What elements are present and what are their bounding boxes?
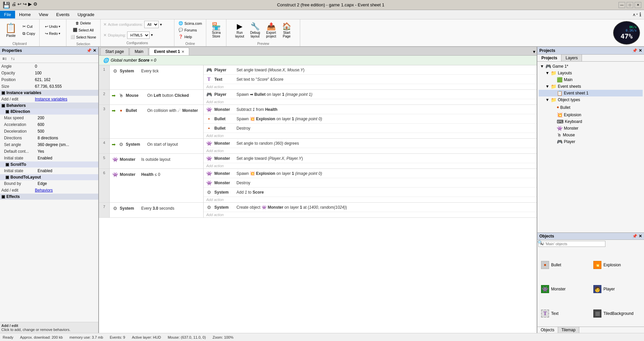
- menu-file[interactable]: File: [0, 11, 15, 18]
- menu-upgrade[interactable]: Upgrade: [73, 11, 98, 18]
- help-button[interactable]: ❓ Help: [176, 33, 204, 40]
- projects-pin[interactable]: 📌: [632, 48, 637, 53]
- close-button[interactable]: ✕: [635, 2, 641, 8]
- forums-button[interactable]: 💬 Forums: [176, 27, 204, 33]
- tree-player[interactable]: 🎮 Player: [539, 138, 643, 145]
- action-3-2[interactable]: • Bullet Spawn 💥 Explosion on layer 1 (i…: [204, 114, 537, 124]
- displaying-select[interactable]: HTML5: [127, 31, 150, 39]
- action-7-1[interactable]: ⚙ System Create object 👾 Monster on laye…: [204, 203, 537, 212]
- clipboard-group: 📋 Paste ✂ Cut ⧉ Copy Clipboard: [0, 19, 40, 46]
- effects-section[interactable]: ▣ Effects: [0, 194, 98, 200]
- start-page-button[interactable]: 🏠 StartPage: [280, 21, 293, 40]
- tree-main-layout[interactable]: 🟩 Main: [539, 76, 643, 83]
- action-3-3[interactable]: • Bullet Destroy: [204, 124, 537, 133]
- tree-event-sheet-1[interactable]: 📋 Event sheet 1: [539, 90, 643, 96]
- object-text[interactable]: T Text: [539, 302, 590, 325]
- tab-start-page[interactable]: Start page: [100, 48, 129, 55]
- sort-category-button[interactable]: ≡↕: [1, 55, 8, 62]
- sort-alpha-button[interactable]: ↑↓: [9, 55, 16, 62]
- action-5-1[interactable]: 👾 Monster Set angle toward (Player.X, Pl…: [204, 154, 537, 163]
- direction8-section[interactable]: ▣ 8Direction: [0, 109, 98, 115]
- event-5-actions: 👾 Monster Set angle toward (Player.X, Pl…: [204, 154, 537, 168]
- scrollto-section[interactable]: ▣ ScrollTo: [0, 161, 98, 167]
- add-action-2[interactable]: Add action: [204, 99, 537, 105]
- action-3-1[interactable]: 👾 Monster Subtract 1 from Health: [204, 105, 537, 114]
- menu-view[interactable]: View: [35, 11, 52, 18]
- layers-tab[interactable]: Layers: [561, 55, 582, 61]
- tree-bullet[interactable]: • Bullet: [539, 103, 643, 112]
- object-tiled-background[interactable]: ▦ TiledBackground: [591, 302, 643, 325]
- object-monster[interactable]: 👾 Monster: [539, 277, 590, 301]
- condition-3-1[interactable]: ➡ • Bullet On collision with ☄ Monster: [110, 105, 203, 116]
- object-bullet[interactable]: • Bullet: [539, 253, 590, 277]
- delete-button[interactable]: 🗑 Delete: [73, 20, 93, 26]
- window-controls[interactable]: — □ ✕: [619, 2, 641, 8]
- menu-events[interactable]: Events: [52, 11, 74, 18]
- tab-close-icon[interactable]: ✕: [181, 50, 184, 54]
- add-action-4[interactable]: Add action: [204, 148, 537, 153]
- copy-button[interactable]: ⧉ Copy: [20, 30, 37, 37]
- prop-add-instance: Add / edit Instance variables: [0, 96, 98, 103]
- run-layout-button[interactable]: ▶ Runlayout: [233, 21, 247, 40]
- object-explosion[interactable]: 💥 Explosion: [591, 253, 643, 277]
- debug-layout-button[interactable]: 🔧 Debuglayout: [248, 21, 262, 40]
- properties-close[interactable]: ✕: [93, 48, 96, 53]
- condition-7-1[interactable]: ⚙ System Every 3.0 seconds: [110, 203, 203, 214]
- add-action-7[interactable]: Add action: [204, 212, 537, 217]
- tree-game1[interactable]: ▼ 🎮 Game 1*: [539, 63, 643, 70]
- scirra-button[interactable]: 🌐 Scirra.com: [176, 20, 204, 26]
- select-all-button[interactable]: ⬛ Select All: [71, 27, 96, 33]
- maximize-button[interactable]: □: [627, 2, 633, 8]
- add-action-3[interactable]: Add action: [204, 133, 537, 138]
- action-6-1[interactable]: 👾 Monster Spawn 💥 Explosion on layer 1 (…: [204, 169, 537, 178]
- tree-layouts[interactable]: ▼ 📁 Layouts: [539, 70, 643, 76]
- properties-pin[interactable]: 📌: [87, 48, 92, 53]
- tree-keyboard[interactable]: ⌨ Keyboard: [539, 118, 643, 125]
- minimize-button[interactable]: —: [619, 2, 625, 8]
- behaviors-section[interactable]: ▣ Behaviors: [0, 103, 98, 109]
- action-1-2[interactable]: T Text Set text to "Score" &Score: [204, 75, 537, 84]
- projects-close[interactable]: ✕: [639, 48, 642, 53]
- redo-button[interactable]: ↪ Redo ▾: [43, 30, 62, 37]
- undo-button[interactable]: ↩ Undo ▾: [43, 23, 62, 30]
- projects-tab[interactable]: Projects: [537, 55, 561, 61]
- action-6-3[interactable]: ⚙ System Add 1 to Score: [204, 188, 537, 197]
- boundtolayout-section[interactable]: ▣ BoundToLayout: [0, 174, 98, 180]
- object-player[interactable]: 🧑 Player: [591, 277, 643, 301]
- tree-event-sheets[interactable]: ▼ 📁 Event sheets: [539, 83, 643, 90]
- objects-pin[interactable]: 📌: [632, 234, 637, 238]
- action-1-1[interactable]: 🎮 Player Set angle toward (Mouse.X, Mous…: [204, 65, 537, 75]
- condition-6-1[interactable]: 👾 Monster Health ≤ 0: [110, 169, 203, 180]
- add-action-6[interactable]: Add action: [204, 197, 537, 202]
- add-action-1[interactable]: Add action: [204, 84, 537, 89]
- tree-object-types[interactable]: ▼ 📁 Object types: [539, 96, 643, 103]
- store-button[interactable]: 🏪 Scirra Store: [209, 21, 223, 40]
- tab-scroll-controls[interactable]: ▾: [533, 49, 535, 54]
- active-config-select[interactable]: All: [144, 21, 159, 28]
- tab-main[interactable]: Main: [129, 48, 148, 55]
- select-none-button[interactable]: ⬜ Select None: [68, 34, 98, 40]
- tree-monster[interactable]: 👾 Monster: [539, 125, 643, 132]
- objects-bottom-tab-objects[interactable]: Objects: [537, 327, 558, 333]
- action-4-1[interactable]: 👾 Monster Set angle to random (360) degr…: [204, 139, 537, 148]
- add-action-5[interactable]: Add action: [204, 163, 537, 168]
- paste-button[interactable]: 📋 Paste: [2, 21, 20, 39]
- export-project-button[interactable]: 📤 Exportproject: [264, 21, 278, 40]
- global-var-row[interactable]: 🌐 Global number Score = 0: [99, 56, 537, 65]
- objects-bottom-tab-tilemap[interactable]: Tilemap: [558, 327, 579, 333]
- condition-4-1[interactable]: ➡ ⚙ System On start of layout: [110, 139, 203, 150]
- tree-explosion[interactable]: 💥 Explosion: [539, 112, 643, 118]
- condition-5-1[interactable]: 👾 Monster Is outside layout: [110, 154, 203, 165]
- tree-mouse[interactable]: 🖱 Mouse: [539, 132, 643, 138]
- cut-button[interactable]: ✂ Cut: [20, 23, 37, 30]
- tab-event-sheet-1[interactable]: Event sheet 1 ✕: [149, 48, 189, 55]
- action-6-2[interactable]: 👾 Monster Destroy: [204, 178, 537, 188]
- objects-search-icon[interactable]: 🔍: [537, 240, 543, 245]
- instance-variables-section[interactable]: ▣ Instance variables: [0, 90, 98, 96]
- objects-close[interactable]: ✕: [639, 234, 642, 238]
- status-mouse: Mouse: (637.0, 11.0, 0): [168, 335, 206, 339]
- menu-home[interactable]: Home: [15, 11, 35, 18]
- condition-2-1[interactable]: ➡ 🖱 Mouse On Left button Clicked: [110, 90, 203, 101]
- condition-1-1[interactable]: ⚙ System Every tick: [110, 65, 203, 77]
- action-2-1[interactable]: 🎮 Player Spawn ➡ Bullet on layer 1 (imag…: [204, 90, 537, 99]
